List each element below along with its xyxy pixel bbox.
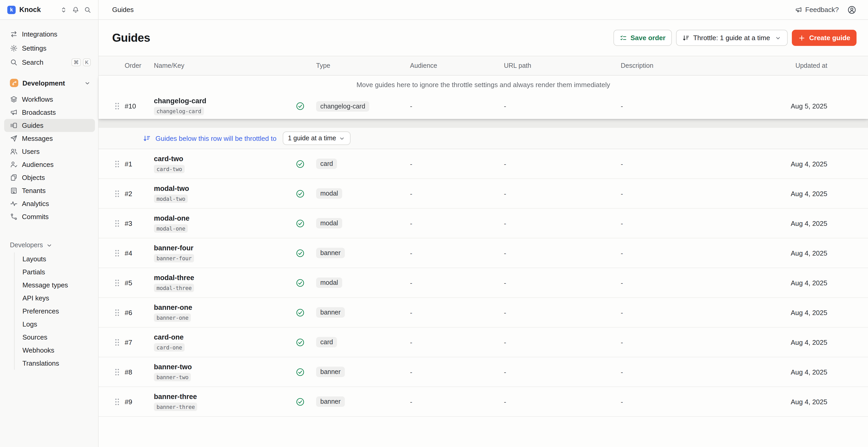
table-row[interactable]: #5 modal-three modal-three modal - - - A…: [99, 268, 868, 298]
sidebar-item-integrations[interactable]: Integrations: [4, 27, 95, 41]
sidebar-item-label: Objects: [22, 174, 91, 182]
sidebar-item-tenants[interactable]: Tenants: [4, 184, 95, 197]
person-check-icon: [10, 161, 18, 168]
guide-name[interactable]: card-one: [154, 333, 184, 341]
throttle-value-select[interactable]: 1 guide at a time: [283, 131, 351, 145]
table-row[interactable]: #10 changelog-card changelog-card change…: [99, 93, 868, 119]
save-order-label: Save order: [630, 34, 665, 42]
guide-type-cell: modal: [310, 278, 402, 288]
guide-url-path: -: [496, 160, 612, 168]
guide-name[interactable]: banner-four: [154, 244, 193, 252]
guide-type-cell: banner: [310, 248, 402, 258]
guide-name[interactable]: banner-two: [154, 363, 192, 371]
sidebar-item-sources[interactable]: Sources: [23, 331, 98, 344]
guide-name[interactable]: changelog-card: [154, 97, 206, 105]
guide-order: #5: [124, 279, 148, 287]
plus-icon: [798, 34, 806, 41]
environment-switcher[interactable]: Development: [4, 75, 95, 91]
sidebar-item-message-types[interactable]: Message types: [23, 279, 98, 292]
drag-handle[interactable]: [110, 368, 124, 376]
drag-handle[interactable]: [110, 398, 124, 406]
sidebar-item-logs[interactable]: Logs: [23, 318, 98, 331]
create-guide-button[interactable]: Create guide: [792, 30, 857, 46]
sidebar-item-guides[interactable]: Guides: [4, 119, 95, 132]
sidebar-item-objects[interactable]: Objects: [4, 171, 95, 184]
drag-handle[interactable]: [110, 309, 124, 316]
drag-handle[interactable]: [110, 160, 124, 168]
account-avatar-icon[interactable]: [847, 5, 857, 14]
drag-handle[interactable]: [110, 338, 124, 346]
guide-key-badge: modal-two: [154, 194, 188, 203]
guide-updated-at: Aug 4, 2025: [784, 309, 868, 316]
drag-handle[interactable]: [110, 190, 124, 197]
feedback-button[interactable]: Feedback?: [795, 6, 839, 13]
table-row[interactable]: #6 banner-one banner-one banner - - - Au…: [99, 298, 868, 327]
guide-name[interactable]: modal-one: [154, 214, 190, 222]
sidebar-nav: Workflows Broadcasts Guides Messages Use…: [0, 93, 98, 223]
drag-handle[interactable]: [110, 249, 124, 257]
sidebar-item-layouts[interactable]: Layouts: [23, 252, 98, 265]
guide-name[interactable]: banner-one: [154, 303, 192, 311]
notifications-bell-icon[interactable]: [71, 5, 80, 14]
table-header: Order Name/Key Type Audience URL path De…: [99, 56, 868, 76]
sidebar-item-label: Tenants: [22, 187, 91, 195]
save-order-button[interactable]: Save order: [613, 30, 672, 46]
sidebar-item-preferences[interactable]: Preferences: [23, 305, 98, 318]
sidebar-item-api-keys[interactable]: API keys: [23, 292, 98, 305]
developers-section-toggle[interactable]: Developers: [4, 239, 95, 251]
guide-description: -: [612, 309, 784, 316]
guide-name[interactable]: modal-three: [154, 274, 194, 281]
guide-type-badge: banner: [316, 396, 345, 407]
sidebar-item-label: Messages: [22, 134, 91, 142]
sidebar-item-audiences[interactable]: Audiences: [4, 158, 95, 171]
guide-name[interactable]: card-two: [154, 155, 183, 162]
table-row[interactable]: #1 card-two card-two card - - - Aug 4, 2…: [99, 149, 868, 179]
workspace-name[interactable]: Knock: [19, 6, 41, 13]
table-row[interactable]: #2 modal-two modal-two modal - - - Aug 4…: [99, 179, 868, 209]
throttle-dropdown-button[interactable]: Throttle: 1 guide at a time: [676, 30, 788, 46]
sidebar-item-messages[interactable]: Messages: [4, 132, 95, 145]
drag-handle[interactable]: [110, 219, 124, 227]
guide-name-cell: modal-two modal-two: [148, 184, 290, 203]
table-row[interactable]: #3 modal-one modal-one modal - - - Aug 4…: [99, 209, 868, 238]
guide-name-cell: card-one card-one: [148, 333, 290, 351]
sidebar-item-translations[interactable]: Translations: [23, 357, 98, 370]
column-updated-at: Updated at: [784, 62, 868, 69]
sidebar-item-commits[interactable]: Commits: [4, 210, 95, 223]
guide-name-cell: banner-four banner-four: [148, 244, 290, 262]
sidebar-item-users[interactable]: Users: [4, 145, 95, 158]
developers-subnav: Layouts Partials Message types API keys …: [14, 252, 98, 370]
drag-handle[interactable]: [110, 102, 124, 110]
table-row[interactable]: #4 banner-four banner-four banner - - - …: [99, 238, 868, 268]
sidebar-item-settings[interactable]: Settings: [4, 41, 95, 55]
sidebar-item-webhooks[interactable]: Webhooks: [23, 344, 98, 357]
guide-url-path: -: [496, 219, 612, 227]
integrations-icon: [10, 30, 18, 38]
sidebar-item-broadcasts[interactable]: Broadcasts: [4, 106, 95, 119]
column-type: Type: [310, 62, 402, 69]
guide-type-badge: card: [316, 337, 337, 347]
guide-name-cell: banner-one banner-one: [148, 303, 290, 322]
sidebar-item-analytics[interactable]: Analytics: [4, 197, 95, 210]
table-row[interactable]: #9 banner-three banner-three banner - - …: [99, 387, 868, 417]
sidebar-item-search[interactable]: Search ⌘ K: [4, 55, 95, 69]
drag-handle[interactable]: [110, 279, 124, 287]
breadcrumb[interactable]: Guides: [112, 6, 133, 13]
chevrons-up-down-icon[interactable]: [59, 5, 68, 14]
table-row[interactable]: #8 banner-two banner-two banner - - - Au…: [99, 357, 868, 387]
search-icon[interactable]: [84, 5, 92, 14]
guide-description: -: [612, 398, 784, 406]
guide-type-badge: modal: [316, 188, 342, 199]
guide-key-badge: card-two: [154, 165, 185, 173]
search-icon: [10, 58, 18, 66]
sidebar-item-workflows[interactable]: Workflows: [4, 93, 95, 106]
sidebar-item-partials[interactable]: Partials: [23, 265, 98, 279]
guide-name[interactable]: banner-three: [154, 392, 197, 400]
paper-plane-icon: [10, 134, 18, 142]
table-row[interactable]: #7 card-one card-one card - - - Aug 4, 2…: [99, 327, 868, 357]
sub-item-label: Webhooks: [23, 346, 54, 354]
guide-name[interactable]: modal-two: [154, 184, 189, 192]
megaphone-icon: [795, 6, 802, 13]
sidebar-item-label: Workflows: [22, 95, 91, 103]
copy-pages-icon: [10, 174, 18, 182]
